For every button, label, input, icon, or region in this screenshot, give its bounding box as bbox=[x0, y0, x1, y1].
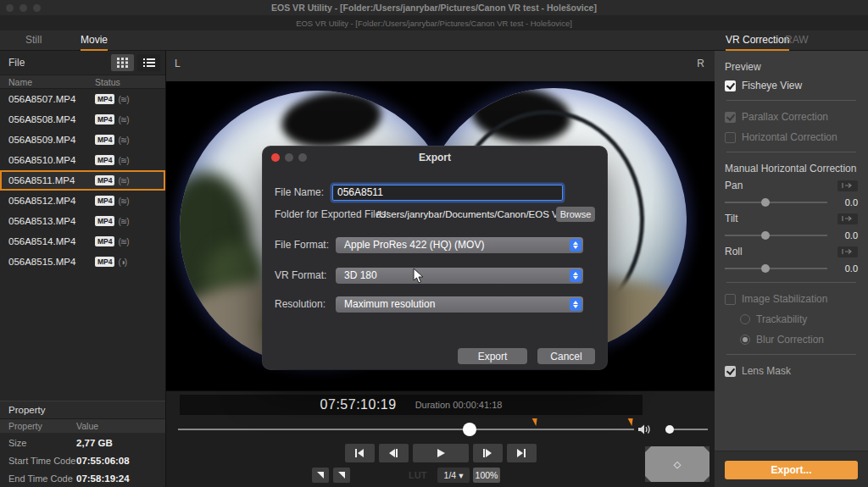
fisheye-view-checkbox-row[interactable]: Fisheye View bbox=[725, 80, 858, 91]
tilt-slider[interactable] bbox=[725, 235, 827, 236]
property-row: End Time Code07:58:19:24 bbox=[0, 469, 165, 487]
timeline-track[interactable] bbox=[178, 429, 634, 430]
zoom-level-button[interactable]: 100% bbox=[473, 468, 500, 483]
export-main-button[interactable]: Export... bbox=[725, 461, 858, 479]
set-out-point-button[interactable] bbox=[333, 468, 350, 483]
dialog-close-icon[interactable] bbox=[271, 153, 280, 162]
pan-slider-thumb[interactable] bbox=[761, 198, 770, 207]
file-row[interactable]: 056A8515.MP4MP4(◑) bbox=[0, 252, 165, 272]
browse-button[interactable]: Browse bbox=[556, 207, 595, 222]
in-point-icon bbox=[315, 470, 326, 480]
audio-status-icon: (≋) bbox=[118, 176, 128, 185]
roll-slider-thumb[interactable] bbox=[761, 264, 770, 273]
previous-frame-button[interactable] bbox=[379, 444, 409, 462]
roll-slider-block: Roll 0.0 bbox=[725, 246, 858, 274]
pan-reset-button[interactable] bbox=[837, 180, 858, 191]
roll-label: Roll bbox=[725, 246, 743, 257]
skip-to-start-icon bbox=[353, 448, 366, 458]
property-list-header: Property Value bbox=[0, 419, 165, 434]
app-window: EOS VR Utility - [Folder:/Users/janrybar… bbox=[0, 0, 868, 487]
audio-status-icon: (≋) bbox=[118, 95, 128, 104]
speaker-icon[interactable] bbox=[638, 423, 652, 435]
tab-still[interactable]: Still bbox=[25, 30, 42, 51]
lens-mask-checkbox[interactable] bbox=[725, 366, 736, 377]
file-row[interactable]: 056A8514.MP4MP4(≋) bbox=[0, 231, 165, 252]
property-row: Start Time Code07:55:06:08 bbox=[0, 451, 165, 469]
go-to-start-button[interactable] bbox=[345, 444, 375, 462]
chevron-down-icon: ▾ bbox=[459, 470, 463, 480]
manual-correction-heading: Manual Horizontal Correction bbox=[725, 163, 858, 174]
reset-icon bbox=[842, 248, 854, 255]
file-format-dropdown[interactable]: Apple ProRes 422 (HQ) (MOV) bbox=[336, 237, 583, 253]
lens-mask-checkbox-row[interactable]: Lens Mask bbox=[725, 365, 858, 377]
go-to-end-button[interactable] bbox=[507, 444, 537, 462]
frame-back-icon bbox=[387, 448, 400, 458]
mp4-badge: MP4 bbox=[95, 135, 114, 145]
fisheye-view-checkbox[interactable] bbox=[725, 80, 736, 91]
vr-format-dropdown[interactable]: 3D 180 bbox=[336, 268, 583, 284]
grid-view-button[interactable] bbox=[111, 54, 134, 71]
divider bbox=[726, 354, 856, 355]
reset-icon bbox=[842, 215, 854, 222]
mouse-cursor bbox=[413, 268, 425, 285]
next-frame-button[interactable] bbox=[473, 444, 503, 462]
divider bbox=[726, 152, 856, 152]
export-footer: Export... bbox=[715, 451, 868, 487]
tilt-slider-thumb[interactable] bbox=[761, 231, 770, 240]
tab-movie[interactable]: Movie bbox=[81, 30, 108, 51]
file-row[interactable]: 056A8513.MP4MP4(≋) bbox=[0, 211, 165, 231]
parallax-correction-checkbox bbox=[725, 112, 736, 123]
mp4-badge: MP4 bbox=[95, 236, 114, 246]
file-name-input[interactable] bbox=[332, 185, 563, 201]
dropdown-stepper-icon bbox=[570, 239, 581, 252]
property-row: Size2,77 GB bbox=[0, 434, 165, 451]
volume-thumb[interactable] bbox=[665, 425, 674, 434]
left-eye-label: L bbox=[175, 58, 181, 69]
playback-speed-dropdown[interactable]: 1/4 ▾ bbox=[437, 468, 470, 483]
roll-reset-button[interactable] bbox=[837, 246, 858, 257]
preview-section-label: Preview bbox=[725, 61, 858, 73]
current-timecode: 07:57:10:19 bbox=[320, 397, 397, 412]
export-folder-path: /Users/janrybar/Documents/Canon/EOS VR U… bbox=[376, 209, 556, 219]
list-view-icon bbox=[143, 58, 155, 68]
file-row[interactable]: 056A8508.MP4MP4(≋) bbox=[0, 109, 165, 130]
playhead-thumb[interactable] bbox=[463, 423, 476, 436]
navigator-widget[interactable]: ◇ bbox=[645, 446, 709, 482]
vr-format-label: VR Format: bbox=[275, 269, 326, 281]
volume-track[interactable] bbox=[665, 429, 708, 430]
property-panel: Property Property Value Size2,77 GB Star… bbox=[0, 401, 165, 487]
pan-slider-block: Pan 0.0 bbox=[725, 180, 858, 208]
right-eye-label: R bbox=[697, 58, 704, 69]
file-row-selected[interactable]: 056A8511.MP4MP4(≋) bbox=[0, 170, 165, 191]
file-row[interactable]: 056A8509.MP4MP4(≋) bbox=[0, 130, 165, 150]
tab-vr-correction[interactable]: VR Correction bbox=[726, 30, 789, 51]
tab-raw-development[interactable]: RAW Development bbox=[785, 30, 868, 51]
file-row[interactable]: 056A8512.MP4MP4(≋) bbox=[0, 191, 165, 211]
roll-slider[interactable] bbox=[725, 268, 827, 269]
dialog-minimize-icon bbox=[285, 153, 293, 162]
dropdown-stepper-icon bbox=[570, 269, 581, 282]
pan-slider[interactable] bbox=[725, 202, 827, 203]
in-point-marker[interactable] bbox=[531, 418, 537, 426]
file-row[interactable]: 056A8507.MP4MP4(≋) bbox=[0, 89, 165, 109]
play-button[interactable] bbox=[413, 444, 469, 462]
list-view-button[interactable] bbox=[137, 54, 160, 71]
property-panel-title: Property bbox=[0, 401, 165, 419]
mp4-badge: MP4 bbox=[95, 155, 114, 165]
horizontal-correction-checkbox bbox=[725, 132, 736, 143]
set-in-point-button[interactable] bbox=[312, 468, 329, 483]
dialog-export-button[interactable]: Export bbox=[458, 348, 527, 364]
file-row[interactable]: 056A8510.MP4MP4(≋) bbox=[0, 150, 165, 170]
resolution-dropdown[interactable]: Maximum resolution bbox=[336, 296, 583, 313]
column-status: Status bbox=[95, 77, 120, 87]
lut-button[interactable]: LUT bbox=[409, 470, 426, 480]
duration-label: Duration 00:00:41:18 bbox=[415, 400, 503, 410]
divider bbox=[726, 282, 856, 283]
frame-forward-icon bbox=[481, 448, 494, 458]
lens-status-icon: (◑) bbox=[118, 257, 126, 267]
parallax-correction-checkbox-row: Parallax Correction bbox=[725, 111, 858, 123]
dialog-cancel-button[interactable]: Cancel bbox=[537, 348, 595, 364]
out-point-marker[interactable] bbox=[626, 418, 632, 426]
dialog-window-controls[interactable] bbox=[271, 153, 307, 162]
tilt-reset-button[interactable] bbox=[837, 213, 858, 224]
